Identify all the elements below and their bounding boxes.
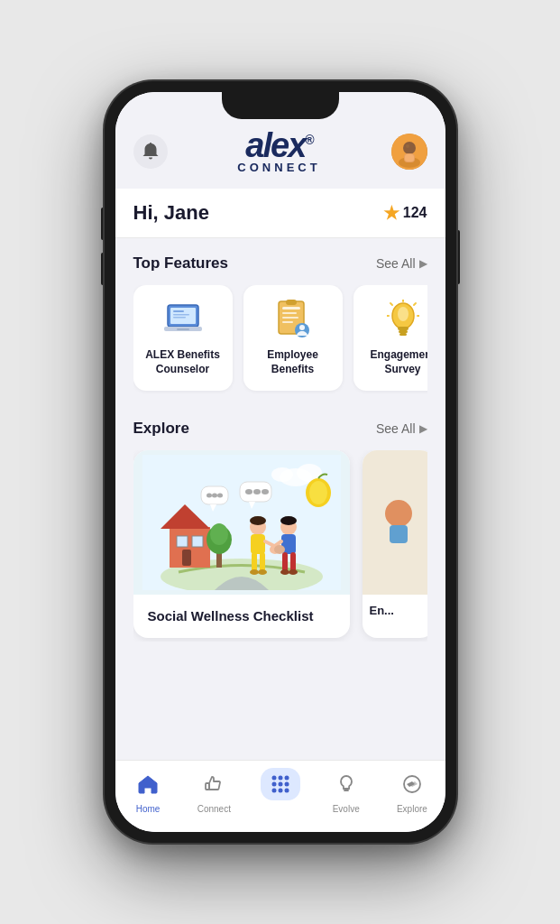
svg-point-83 [278,782,282,787]
bulb-icon [336,774,356,794]
svg-point-82 [271,782,276,787]
svg-point-79 [271,776,276,781]
svg-point-30 [398,307,409,321]
explore-title: Explore [133,420,189,438]
nav-item-connect[interactable]: Connect [181,768,247,814]
feature-card-alex-benefits[interactable]: ALEX BenefitsCounselor [133,285,233,391]
svg-point-84 [284,782,289,787]
greeting-text: Hi, Jane [133,201,209,225]
top-features-section: Top Features See All ▶ [115,238,445,403]
svg-point-85 [271,789,276,793]
svg-rect-28 [399,330,408,333]
alex-benefits-icon [161,300,206,339]
svg-rect-42 [182,550,191,566]
evolve-nav-label: Evolve [333,804,360,814]
explore-header: Explore See All ▶ [133,420,427,438]
user-avatar[interactable] [391,134,427,170]
svg-point-81 [284,776,289,781]
partial-explore-image [376,495,421,550]
svg-point-52 [262,489,269,494]
nav-item-home[interactable]: Home [115,768,181,814]
svg-rect-7 [170,308,196,324]
nav-item-grid[interactable] [247,768,313,804]
explore-see-all[interactable]: See All ▶ [376,421,427,436]
top-features-header: Top Features See All ▶ [133,254,427,273]
phone-notch [222,92,339,119]
svg-point-47 [309,481,327,504]
svg-point-64 [258,569,267,575]
compass-icon [402,774,422,794]
grid-dots-icon [270,773,291,795]
svg-point-57 [217,494,223,498]
bottom-nav: Home Connect [115,760,445,832]
svg-rect-12 [177,328,189,330]
svg-point-71 [280,569,289,575]
top-features-see-all[interactable]: See All ▶ [376,256,427,271]
svg-point-59 [250,516,266,525]
star-icon: ★ [383,202,399,224]
employee-benefits-icon [271,300,316,339]
svg-point-87 [284,789,289,793]
svg-line-24 [390,303,392,305]
nav-item-evolve[interactable]: Evolve [313,768,379,814]
svg-point-20 [299,325,305,330]
svg-rect-70 [290,552,296,572]
svg-rect-15 [282,312,297,314]
feature-card-employee-benefits[interactable]: EmployeeBenefits [243,285,343,391]
app-logo: alex® CONNECT [168,128,391,174]
svg-rect-60 [251,534,265,554]
svg-rect-40 [177,536,188,547]
svg-point-56 [212,494,217,498]
svg-rect-9 [173,314,189,316]
explore-card-partial[interactable]: En... [363,450,427,638]
svg-point-86 [278,789,282,793]
svg-rect-61 [252,552,257,572]
svg-rect-62 [260,552,265,572]
logo-connect-text: CONNECT [168,161,391,174]
feature-card-engagement-survey[interactable]: EngagementSurvey [353,285,427,391]
connect-nav-label: Connect [197,804,231,814]
svg-rect-10 [173,317,186,319]
bell-icon [142,143,159,161]
home-icon [138,774,158,794]
alex-benefits-label: ALEX BenefitsCounselor [145,348,220,376]
nav-item-explore[interactable]: Explore [379,768,445,814]
svg-rect-17 [282,321,293,323]
features-row: ALEX BenefitsCounselor [133,285,427,394]
svg-point-36 [271,467,293,482]
employee-benefits-label: EmployeeBenefits [267,348,318,376]
home-icon-wrap [128,768,168,800]
see-all-arrow-icon: ▶ [419,257,427,270]
svg-point-80 [278,776,282,781]
notifications-button[interactable] [133,134,168,169]
engagement-survey-label: EngagementSurvey [370,348,427,376]
explore-see-all-arrow-icon: ▶ [419,422,427,435]
svg-point-3 [406,144,409,148]
top-features-title: Top Features [133,254,228,273]
explore-card-wellness[interactable]: Social Wellness Checklist [133,450,350,638]
svg-point-55 [207,494,212,498]
greeting-bar: Hi, Jane ★ 124 [115,189,445,238]
svg-rect-16 [282,317,298,319]
svg-rect-14 [282,307,300,310]
avatar-image [391,134,427,170]
svg-rect-18 [286,300,297,305]
svg-rect-27 [398,327,409,330]
points-badge: ★ 124 [383,202,427,224]
svg-point-63 [250,569,259,575]
home-nav-label: Home [136,804,161,814]
svg-point-76 [385,500,412,527]
svg-rect-8 [173,310,184,312]
wellness-card-image [133,450,350,595]
svg-point-67 [280,516,297,525]
partial-explore-title: En... [363,595,427,626]
svg-point-45 [210,523,228,545]
main-scroll: Top Features See All ▶ [115,238,445,832]
svg-rect-77 [390,525,408,543]
explore-row: Social Wellness Checklist En... [133,450,427,642]
svg-point-72 [289,569,298,575]
engagement-survey-icon [381,300,426,339]
logo-alex-text: alex® [168,128,391,162]
svg-point-2 [403,142,416,154]
svg-point-75 [274,545,285,554]
